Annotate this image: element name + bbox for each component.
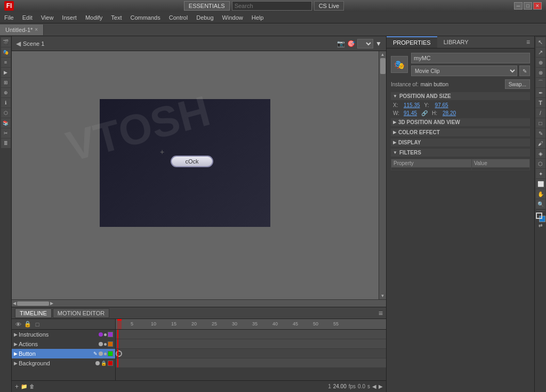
snippets-icon[interactable]: ✂ xyxy=(1,128,11,138)
minimize-button[interactable]: ─ xyxy=(514,2,523,10)
x-value[interactable]: 115.35 xyxy=(404,102,420,108)
menu-window[interactable]: Window xyxy=(218,13,247,22)
layer-icon[interactable]: ≡ xyxy=(1,58,11,67)
free-transform-tool[interactable]: ⊕ xyxy=(536,58,545,67)
tab-motion-editor[interactable]: MOTION EDITOR xyxy=(53,308,109,318)
line-tool[interactable]: / xyxy=(536,108,545,118)
eraser-tool[interactable]: ⬜ xyxy=(536,179,545,189)
frame-row-button[interactable] xyxy=(116,349,386,358)
canvas-vscroll[interactable]: ▲ ▼ xyxy=(379,51,386,299)
y-value[interactable]: 97.65 xyxy=(435,102,448,108)
swap-colors[interactable]: ⇄ xyxy=(539,223,543,228)
strings-icon[interactable]: ≣ xyxy=(1,138,11,148)
align-icon[interactable]: ⊞ xyxy=(1,78,11,87)
timeline-settings-icon[interactable]: ≡ xyxy=(379,309,383,317)
zoom-select[interactable]: 100% xyxy=(357,39,373,48)
display-section-header[interactable]: ▶ DISPLAY xyxy=(391,138,530,146)
frame-row-background[interactable] xyxy=(116,358,386,368)
transform-panel-icon[interactable]: ⊕ xyxy=(1,88,11,97)
stroke-color-swatch[interactable] xyxy=(536,213,542,219)
add-folder-button[interactable]: 📁 xyxy=(21,383,27,389)
3d-section-header[interactable]: ▶ 3D POSITION AND VIEW xyxy=(391,118,530,126)
layer-background[interactable]: ▶ Background 🔒 xyxy=(12,358,115,368)
menu-text[interactable]: Text xyxy=(107,13,126,22)
info-icon[interactable]: ℹ xyxy=(1,98,11,108)
swap-button[interactable]: Swap... xyxy=(505,79,530,89)
lock-col-icon[interactable]: 🔒 xyxy=(23,321,32,328)
hscroll-thumb[interactable] xyxy=(17,301,49,306)
subselection-tool[interactable]: ↗ xyxy=(536,47,545,57)
close-button[interactable]: ✕ xyxy=(533,2,542,10)
vscroll-down-arrow[interactable]: ▼ xyxy=(381,293,385,298)
menu-view[interactable]: View xyxy=(37,13,58,22)
gradient-transform-tool[interactable]: ⊗ xyxy=(536,68,545,77)
selection-tool[interactable]: ↖ xyxy=(536,37,545,47)
pencil-tool[interactable]: ✎ xyxy=(536,128,545,138)
hscroll-right-arrow[interactable]: ▶ xyxy=(50,301,53,306)
nav-back-icon[interactable]: ◀ xyxy=(16,40,21,47)
layer-instructions[interactable]: ▶ Instructions xyxy=(12,330,115,339)
fps-value[interactable]: 24.00 xyxy=(333,383,347,389)
vscroll-thumb[interactable] xyxy=(380,58,386,74)
pen-tool[interactable]: ✒ xyxy=(536,88,545,97)
hand-tool[interactable]: ✋ xyxy=(536,189,545,199)
menu-debug[interactable]: Debug xyxy=(192,13,218,22)
zoom-dropdown-icon[interactable]: ▼ xyxy=(375,40,382,47)
library-panel-icon[interactable]: 📚 xyxy=(1,118,11,128)
text-tool[interactable]: T xyxy=(536,98,545,108)
tab-properties[interactable]: PROPERTIES xyxy=(387,36,437,48)
right-panel: PROPERTIES LIBRARY ≡ 🎭 Movie Clip Button xyxy=(386,36,546,392)
stage-button[interactable]: cOck xyxy=(171,156,213,167)
brush-tool[interactable]: 🖌 xyxy=(536,138,545,148)
position-section-header[interactable]: ▼ POSITION AND SIZE xyxy=(391,92,530,100)
props-edit-button[interactable]: ✎ xyxy=(519,66,530,76)
props-close-button[interactable]: ≡ xyxy=(522,36,534,48)
eye-col-icon[interactable]: 👁 xyxy=(14,321,22,328)
instance-type-select[interactable]: Movie Clip Button Graphic xyxy=(411,66,517,76)
rect-tool[interactable]: □ xyxy=(536,118,545,128)
canvas-hscroll[interactable]: ◀ ▶ xyxy=(12,299,386,307)
timeline-scroll-left[interactable]: ◀ xyxy=(372,383,376,389)
menu-edit[interactable]: Edit xyxy=(18,13,37,22)
layer-button[interactable]: ▶ Button ✎ xyxy=(12,349,115,358)
layer-actions[interactable]: ▶ Actions xyxy=(12,339,115,349)
add-layer-button[interactable]: + xyxy=(15,383,19,390)
cs-live-button[interactable]: CS Live xyxy=(314,1,344,11)
tab-close-button[interactable]: × xyxy=(35,27,38,32)
snap-icon[interactable]: 🎯 xyxy=(347,40,355,47)
hscroll-left-arrow[interactable]: ◀ xyxy=(13,301,16,306)
eye-dropper-tool[interactable]: ✦ xyxy=(536,169,545,178)
menu-insert[interactable]: Insert xyxy=(58,13,81,22)
tab-timeline[interactable]: TIMELINE xyxy=(15,308,52,318)
timeline-scroll-right[interactable]: ▶ xyxy=(379,383,383,389)
h-value[interactable]: 28.20 xyxy=(443,110,456,116)
menu-commands[interactable]: Commands xyxy=(126,13,164,22)
frame-row-instructions[interactable] xyxy=(116,330,386,339)
delete-layer-button[interactable]: 🗑 xyxy=(29,383,35,389)
color-section-header[interactable]: ▶ COLOR EFFECT xyxy=(391,128,530,136)
ink-bottle-tool[interactable]: ⬡ xyxy=(536,159,545,168)
paint-bucket-tool[interactable]: ◈ xyxy=(536,149,545,158)
restore-button[interactable]: □ xyxy=(524,2,532,10)
filters-section-header[interactable]: ▼ FILTERS xyxy=(391,149,530,157)
motion-icon[interactable]: ▶ xyxy=(1,68,11,77)
properties-icon[interactable]: 🎭 xyxy=(1,47,11,57)
menu-control[interactable]: Control xyxy=(165,13,192,22)
tab-library[interactable]: LIBRARY xyxy=(437,37,475,47)
swap-colors-icon[interactable]: ⇄ xyxy=(539,223,543,228)
camera-icon[interactable]: 📷 xyxy=(337,40,345,47)
menu-file[interactable]: File xyxy=(0,13,18,22)
lasso-tool[interactable]: ⌒ xyxy=(536,78,545,87)
tab-untitled[interactable]: Untitled-1* × xyxy=(0,24,44,35)
components-icon[interactable]: ⬡ xyxy=(1,108,11,118)
frame-row-actions[interactable] xyxy=(116,339,386,349)
w-value[interactable]: 91.45 xyxy=(404,110,417,116)
menu-modify[interactable]: Modify xyxy=(81,13,107,22)
essentials-button[interactable]: ESSENTIALS xyxy=(184,1,230,11)
search-input[interactable] xyxy=(232,1,312,11)
instance-name-input[interactable] xyxy=(411,53,530,63)
vscroll-up-arrow[interactable]: ▲ xyxy=(381,52,385,57)
menu-help[interactable]: Help xyxy=(247,13,268,22)
lock-aspect-icon[interactable]: 🔗 xyxy=(421,110,428,116)
zoom-tool[interactable]: 🔍 xyxy=(536,199,545,209)
